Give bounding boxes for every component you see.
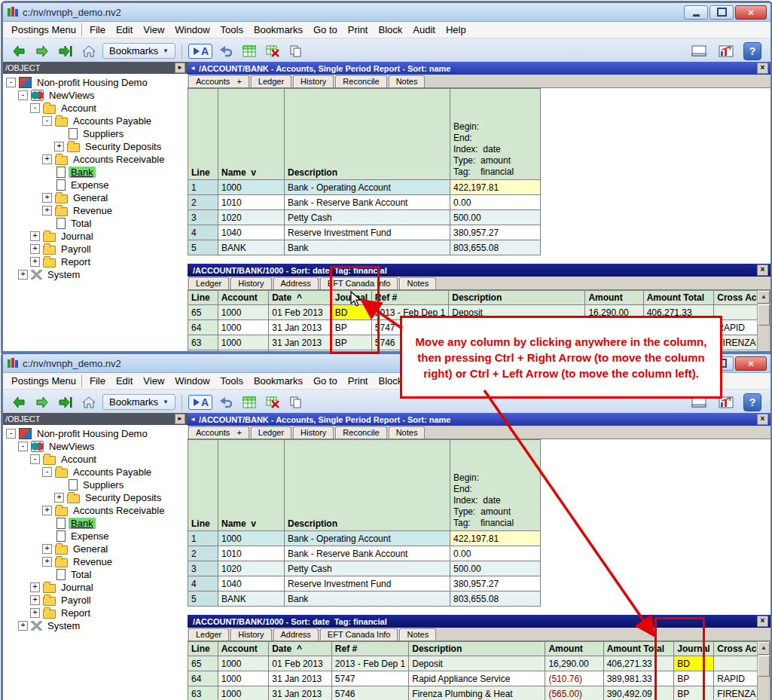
table-delete-icon[interactable]	[263, 393, 282, 411]
title-bar[interactable]: c:/nv/nvnph_demo.nv2 ×	[3, 3, 770, 22]
tab[interactable]: History	[293, 426, 334, 439]
cell-journal[interactable]: BP	[674, 671, 714, 686]
tree-expander-icon[interactable]: +	[54, 493, 64, 503]
ledger-panel-bar[interactable]: /ACCOUNT/BANK/1000 - Sort: date Tag: fin…	[188, 264, 770, 277]
tree-expander-icon[interactable]: -	[6, 429, 16, 439]
tree-expander-icon[interactable]: +	[42, 557, 52, 567]
tree-item[interactable]: Total	[3, 568, 188, 581]
tree-item[interactable]: - Accounts Payable	[3, 115, 188, 127]
back-icon[interactable]	[9, 393, 29, 411]
tree-node-label[interactable]: Report	[59, 607, 93, 619]
tree-item[interactable]: Suppliers	[3, 478, 188, 491]
undo-icon[interactable]	[216, 393, 236, 411]
cell-description[interactable]: Rapid Appliance Service	[409, 671, 545, 686]
tree-expander-icon[interactable]: +	[30, 231, 40, 241]
cell-amount[interactable]: 16,290.00	[545, 656, 603, 671]
bookmarks-dropdown[interactable]: Bookmarks ▼	[102, 43, 175, 59]
tab[interactable]: Ledger	[188, 628, 229, 640]
cell-description[interactable]: Deposit	[409, 656, 545, 671]
tree-item[interactable]: + General	[3, 191, 188, 204]
panel-collapse-icon[interactable]	[190, 416, 196, 423]
tab[interactable]: Reconcile	[335, 75, 386, 87]
tree-expander-icon[interactable]: -	[18, 90, 28, 100]
cell-line[interactable]: 4	[188, 225, 218, 240]
tab[interactable]: Ledger	[251, 75, 291, 87]
cell-account[interactable]: 1000	[218, 335, 269, 350]
tree-node-label[interactable]: Non-profit Housing Demo	[35, 77, 150, 88]
ledger-column-header[interactable]: Journal	[674, 642, 714, 656]
cell-date[interactable]: 01 Feb 2013	[269, 656, 332, 671]
ledger-scrollbar[interactable]	[757, 290, 770, 353]
menu-item[interactable]: Window	[169, 374, 215, 387]
tab[interactable]: Address	[273, 628, 319, 640]
cell-line[interactable]: 5	[188, 240, 218, 255]
tree-expander-icon[interactable]: +	[18, 621, 28, 631]
menu-item[interactable]: Postings Menu	[6, 374, 82, 387]
tree-node-label[interactable]: Report	[59, 256, 93, 267]
ledger-column-header[interactable]: Amount Total	[603, 642, 674, 656]
cell-line[interactable]: 1	[188, 531, 218, 546]
ledger-column-header[interactable]: Ref #	[371, 291, 448, 305]
tab[interactable]: Ledger	[188, 277, 229, 289]
forward-icon[interactable]	[32, 393, 52, 411]
tree-node-label[interactable]: Expense	[69, 530, 111, 542]
tree-node-label[interactable]: Accounts Payable	[71, 466, 154, 478]
cell-account[interactable]: 1000	[218, 320, 269, 335]
tab[interactable]: History	[293, 75, 334, 87]
cell-name[interactable]: 1000	[218, 531, 285, 546]
tree-node-label[interactable]: Journal	[59, 231, 96, 242]
tree-item[interactable]: + Report	[3, 607, 188, 619]
panel-expand-icon[interactable]	[175, 414, 185, 424]
cell-ref[interactable]: 5747	[331, 671, 408, 686]
ledger-column-header[interactable]: Amount	[585, 291, 643, 305]
tree-node-label[interactable]: Accounts Receivable	[71, 505, 166, 516]
panel-collapse-icon[interactable]	[190, 65, 196, 72]
ledger-column-header[interactable]: Date ^	[269, 291, 332, 305]
cell-description[interactable]: Reserve Investment Fund	[285, 225, 450, 240]
tree-item[interactable]: + Payroll	[3, 243, 188, 255]
cell-journal[interactable]: BD	[674, 656, 714, 671]
cell-account[interactable]: 1000	[218, 671, 269, 686]
cell-date[interactable]: 31 Jan 2013	[269, 671, 332, 686]
close-icon[interactable]: ×	[735, 356, 767, 371]
tree-item[interactable]: + General	[3, 543, 188, 555]
menu-item[interactable]: Edit	[111, 23, 138, 36]
menu-item[interactable]: Edit	[111, 374, 138, 387]
cell-line[interactable]: 4	[188, 576, 218, 591]
tree-item[interactable]: - Account	[3, 102, 188, 115]
column-header-line[interactable]: Line	[188, 89, 218, 180]
tree-node-label[interactable]: System	[45, 620, 82, 631]
column-header-name[interactable]: Name v	[218, 89, 285, 180]
menu-item[interactable]: Tools	[215, 374, 249, 387]
close-icon[interactable]	[757, 264, 768, 276]
tree-node-label[interactable]: NewViews	[47, 90, 96, 101]
tree-item[interactable]: - Non-profit Housing Demo	[3, 76, 188, 89]
maximize-icon[interactable]	[709, 5, 734, 20]
tree-node-label[interactable]: Payroll	[59, 243, 93, 255]
tree-item[interactable]: + Accounts Receivable	[3, 504, 188, 517]
menu-item[interactable]: Block	[373, 23, 407, 36]
cell-line[interactable]: 5	[188, 591, 218, 607]
tab[interactable]: Accounts +	[188, 426, 249, 439]
cell-line[interactable]: 65	[188, 305, 218, 320]
scrollbar-thumb[interactable]	[758, 304, 770, 326]
cell-account[interactable]: 1000	[218, 656, 269, 671]
tree-node-label[interactable]: General	[71, 543, 110, 555]
go-last-icon[interactable]	[56, 42, 75, 60]
ledger-scrollbar[interactable]	[757, 641, 770, 700]
ledger-panel-bar[interactable]: /ACCOUNT/BANK/1000 - Sort: date Tag: fin…	[188, 615, 770, 628]
run-view-icon[interactable]: A	[188, 395, 212, 410]
table-delete-icon[interactable]	[263, 42, 282, 60]
tree-expander-icon[interactable]: -	[30, 454, 40, 464]
chart-icon[interactable]	[716, 42, 736, 60]
bookmarks-dropdown[interactable]: Bookmarks ▼	[102, 394, 175, 410]
menu-item[interactable]: Go to	[308, 23, 343, 36]
cell-amount[interactable]: (565.00)	[545, 686, 603, 700]
tree-expander-icon[interactable]: +	[18, 270, 28, 280]
menu-item[interactable]: Postings Menu	[6, 23, 82, 36]
menu-item[interactable]: Bookmarks	[249, 374, 308, 387]
panel-expand-icon[interactable]	[175, 63, 185, 73]
tree-item[interactable]: + Security Deposits	[3, 491, 188, 504]
tree-item[interactable]: - Account	[3, 453, 188, 466]
tab[interactable]: Ledger	[251, 426, 291, 439]
